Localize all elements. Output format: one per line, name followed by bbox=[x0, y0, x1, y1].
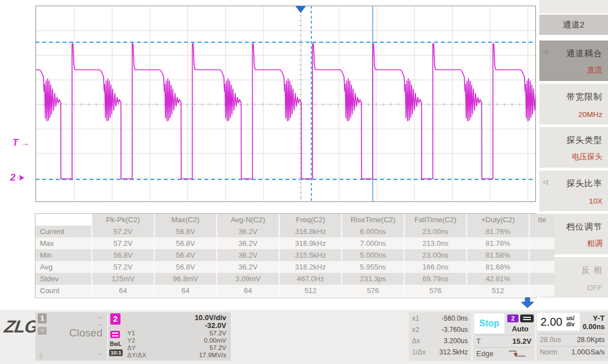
memory-depth: 28.0Kpts bbox=[577, 336, 605, 344]
table-cell: 56.8V bbox=[154, 237, 217, 249]
table-row: Current57.2V56.8V36.2V316.8kHz6.000ns23.… bbox=[35, 226, 555, 237]
table-cell: 576 bbox=[342, 285, 404, 296]
table-cell: 57.2V bbox=[92, 261, 154, 273]
table-cell: 316.8kHz bbox=[279, 226, 342, 237]
table-cell: 23.00ns bbox=[404, 226, 467, 237]
timebase-status-block[interactable]: 2.00 us/ div Y-T 0.00ns 28.0us28.0Kpts N… bbox=[537, 312, 608, 361]
table-row: Max57.2V56.8V36.2V316.9kHz7.000ns213.0ns… bbox=[35, 237, 555, 249]
trigger-level-readout-value: 15.2V bbox=[512, 337, 531, 345]
timebase-scale-unit: us/ div bbox=[566, 315, 574, 327]
table-header-row: Pk-Pk(C2)Max(C2)Avg-N(C2)Freq(C2)RiseTim… bbox=[35, 214, 555, 226]
channel1-value: -- bbox=[98, 313, 102, 321]
horizontal-delay: 0.00ns bbox=[583, 323, 605, 331]
delta-y-value: 57.2V bbox=[209, 344, 226, 351]
trigger-type: Edge bbox=[476, 349, 493, 358]
channel2-status-block[interactable]: 2 10.0V/div -32.0V BwL 10:1 Y157.2V Y20.… bbox=[108, 312, 231, 361]
channel1-status-block[interactable]: 1 - -- -- Closed -- -¦- bbox=[35, 312, 107, 361]
menu-item-value: OFF bbox=[587, 284, 602, 292]
ground-marker-label: 2 bbox=[10, 172, 15, 183]
table-cell: 3.09mV bbox=[217, 273, 279, 285]
table-cell: 57.2V bbox=[92, 237, 154, 249]
menu-item-label: 档位调节 bbox=[566, 222, 602, 232]
table-cell: 69.79ns bbox=[404, 273, 467, 285]
trigger-level-readout-label: T bbox=[476, 337, 481, 345]
cursor-y1-value: 57.2V bbox=[209, 330, 226, 336]
menu-item-probe-type[interactable]: 探头类型 电压探头 bbox=[539, 127, 608, 168]
menu-item-bandwidth[interactable]: 带宽限制 20MHz bbox=[539, 84, 608, 124]
channel-menu: 通道2 ◁ 通道耦合 直流 带宽限制 20MHz 探头类型 电压探头 ◁ 探头比… bbox=[539, 0, 608, 364]
trigger-arrow-icon: → bbox=[21, 138, 29, 147]
trigger-level-marker[interactable]: T → bbox=[12, 137, 29, 149]
menu-item-value: 10X bbox=[589, 197, 602, 205]
acquire-mode: Norm bbox=[540, 348, 557, 356]
table-cell: 96.8mV bbox=[154, 273, 217, 285]
table-row-label: Count bbox=[35, 285, 92, 296]
table-cell: 64 bbox=[217, 285, 279, 296]
channel2-ground-marker[interactable]: 2 ↕ bbox=[10, 172, 24, 183]
table-header-cell: Avg-N(C2) bbox=[217, 214, 279, 226]
menu-item-label: 反 相 bbox=[582, 265, 602, 276]
waveform-display[interactable] bbox=[35, 6, 536, 202]
menu-item-value: 粗调 bbox=[587, 239, 602, 249]
table-header-cell: RiseTime(C2) bbox=[342, 214, 404, 226]
menu-item-label: 带宽限制 bbox=[566, 92, 602, 102]
trigger-status-block[interactable]: Stop 2 Auto T 15.2V Edge bbox=[473, 312, 535, 361]
menu-item-value: 20MHz bbox=[578, 110, 602, 119]
table-header-cell: +Duty(C2) bbox=[467, 214, 529, 226]
channel1-badge: 1 bbox=[38, 313, 47, 323]
table-cell: 512 bbox=[467, 285, 529, 296]
table-cell: 512 bbox=[279, 285, 342, 296]
table-header-cell: Ite bbox=[529, 214, 555, 226]
table-cell: 36.2V bbox=[217, 261, 279, 273]
arrow-right-icon bbox=[20, 175, 24, 181]
slope-value: 17.9MV/s bbox=[199, 352, 226, 358]
timebase-scale-box[interactable]: 2.00 us/ div bbox=[537, 313, 580, 331]
trigger-coupling-icon bbox=[520, 314, 534, 322]
trigger-mode: Auto bbox=[506, 325, 535, 333]
table-header-cell: Pk-Pk(C2) bbox=[92, 214, 154, 226]
table-cell: 6.000ns bbox=[342, 226, 404, 237]
table-cell: 81.58% bbox=[467, 249, 529, 261]
table-row-label: Current bbox=[35, 226, 92, 237]
timebase-scale-value: 2.00 bbox=[540, 316, 562, 329]
menu-item-label: 探头类型 bbox=[566, 135, 602, 146]
table-cell: 56.8V bbox=[92, 249, 154, 261]
table-cell: 576 bbox=[404, 285, 467, 296]
trigger-level-label: T bbox=[12, 137, 18, 148]
cursor-x2-value: -3.760us bbox=[441, 326, 468, 334]
table-cell: 315.5kHz bbox=[279, 249, 342, 261]
cursor-readout-block[interactable]: x1-560.0ns x2-3.760us Δx3.200us 1/Δx312.… bbox=[409, 312, 471, 361]
table-header-cell: Max(C2) bbox=[154, 214, 217, 226]
table-cell: 467.0Hz bbox=[279, 273, 342, 285]
menu-item-probe-ratio[interactable]: ◁ 探头比率 10X bbox=[539, 170, 608, 211]
trigger-source-badge: 2 bbox=[507, 314, 518, 322]
table-cell: 23.00ns bbox=[404, 249, 467, 261]
table-row-label: Stdev bbox=[35, 273, 92, 285]
cursor-x1-value: -560.0ns bbox=[441, 314, 468, 322]
table-cell: 316.9kHz bbox=[279, 237, 342, 249]
chevron-left-icon: ◁ bbox=[543, 178, 547, 186]
menu-item-value: 电压探头 bbox=[572, 152, 602, 162]
run-stop-indicator[interactable]: Stop bbox=[474, 313, 504, 334]
menu-item-label: 通道耦合 bbox=[566, 48, 602, 59]
menu-item-coupling[interactable]: ◁ 通道耦合 直流 bbox=[539, 41, 608, 81]
chevron-left-icon: ◁ bbox=[543, 48, 547, 56]
table-row: Min56.8V56.4V36.2V315.5kHz5.000ns23.00ns… bbox=[35, 249, 555, 261]
table-cell bbox=[529, 237, 555, 249]
table-cell: 36.2V bbox=[217, 226, 279, 237]
channel2-trace-icon bbox=[110, 331, 120, 338]
bandwidth-limit-badge: BwL bbox=[110, 341, 122, 347]
falling-edge-icon bbox=[508, 349, 527, 361]
table-row: Count646464512576576512 bbox=[35, 285, 555, 296]
measurement-table: Pk-Pk(C2)Max(C2)Avg-N(C2)Freq(C2)RiseTim… bbox=[35, 213, 537, 298]
menu-item-value: 直流 bbox=[587, 65, 602, 75]
menu-top-strip bbox=[539, 0, 608, 14]
table-cell: 316.2kHz bbox=[279, 261, 342, 273]
table-cell: 56.4V bbox=[154, 249, 217, 261]
trigger-position-icon[interactable] bbox=[295, 6, 306, 13]
cursor-y2-label: Y2 bbox=[127, 337, 135, 344]
scroll-down-arrow-icon[interactable] bbox=[520, 297, 535, 311]
table-cell: 125mV bbox=[92, 273, 154, 285]
table-cell bbox=[529, 261, 555, 273]
table-cell: 81.78% bbox=[467, 237, 529, 249]
